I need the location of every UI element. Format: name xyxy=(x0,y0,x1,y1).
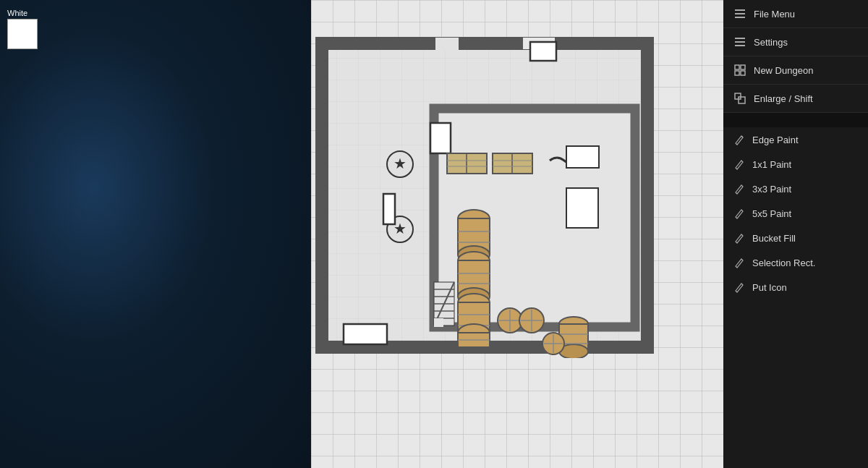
5x5-paint-tool[interactable]: 5x5 Paint xyxy=(723,201,868,226)
hamburger-icon xyxy=(733,7,746,20)
5x5-paint-label: 5x5 Paint xyxy=(752,208,791,219)
selection-rect-label: Selection Rect. xyxy=(752,258,815,268)
color-label: White xyxy=(7,9,38,17)
svg-rect-9 xyxy=(430,123,451,153)
put-icon-tool[interactable]: Put Icon xyxy=(723,275,868,299)
svg-rect-75 xyxy=(739,97,745,103)
1x1-paint-label: 1x1 Paint xyxy=(752,159,791,170)
3x3-paint-icon xyxy=(733,183,745,195)
bucket-fill-tool[interactable]: Bucket Fill xyxy=(723,226,868,250)
1x1-paint-icon xyxy=(733,158,745,170)
file-menu-label: File Menu xyxy=(754,9,795,20)
color-swatch-area: White xyxy=(7,9,38,49)
bucket-fill-icon xyxy=(733,232,745,244)
edge-paint-label: Edge Paint xyxy=(752,135,799,145)
svg-rect-6 xyxy=(435,38,459,40)
new-dungeon-item[interactable]: New Dungeon xyxy=(723,56,868,85)
svg-rect-70 xyxy=(735,65,739,69)
svg-rect-73 xyxy=(741,71,745,75)
enlarge-shift-icon xyxy=(733,92,746,105)
svg-rect-14 xyxy=(383,194,395,224)
edge-paint-tool[interactable]: Edge Paint xyxy=(723,127,868,152)
svg-line-76 xyxy=(741,136,743,137)
put-icon-icon xyxy=(733,281,745,293)
bucket-fill-label: Bucket Fill xyxy=(752,233,796,244)
5x5-paint-icon xyxy=(733,208,745,219)
file-menu-item[interactable]: File Menu xyxy=(723,0,868,28)
svg-rect-8 xyxy=(530,42,556,61)
settings-label: Settings xyxy=(754,37,788,48)
put-icon-label: Put Icon xyxy=(752,282,787,293)
main-canvas[interactable]: ★ ★ xyxy=(311,0,723,468)
svg-rect-28 xyxy=(566,188,598,228)
3x3-paint-label: 3x3 Paint xyxy=(752,184,791,195)
new-dungeon-icon xyxy=(733,64,746,77)
new-dungeon-label: New Dungeon xyxy=(754,65,813,76)
selection-rect-icon xyxy=(733,257,745,268)
left-background: White xyxy=(0,0,311,468)
enlarge-shift-item[interactable]: Enlarge / Shift xyxy=(723,85,868,113)
dungeon-map-svg[interactable]: ★ ★ xyxy=(315,36,655,358)
enlarge-shift-label: Enlarge / Shift xyxy=(754,93,813,104)
svg-rect-68 xyxy=(344,324,387,344)
3x3-paint-tool[interactable]: 3x3 Paint xyxy=(723,176,868,201)
settings-hamburger-icon xyxy=(733,35,746,48)
edge-paint-icon xyxy=(733,134,745,145)
svg-rect-72 xyxy=(735,71,739,75)
svg-rect-71 xyxy=(741,65,745,69)
right-sidebar: File Menu Settings New Dungeon E xyxy=(723,0,868,468)
svg-rect-27 xyxy=(566,146,599,168)
settings-item[interactable]: Settings xyxy=(723,28,868,56)
svg-text:★: ★ xyxy=(393,156,407,171)
selection-rect-tool[interactable]: Selection Rect. xyxy=(723,250,868,275)
svg-rect-74 xyxy=(735,93,741,99)
sidebar-divider xyxy=(723,113,868,127)
color-box[interactable] xyxy=(7,19,38,49)
svg-rect-69 xyxy=(434,318,443,327)
1x1-paint-tool[interactable]: 1x1 Paint xyxy=(723,152,868,176)
